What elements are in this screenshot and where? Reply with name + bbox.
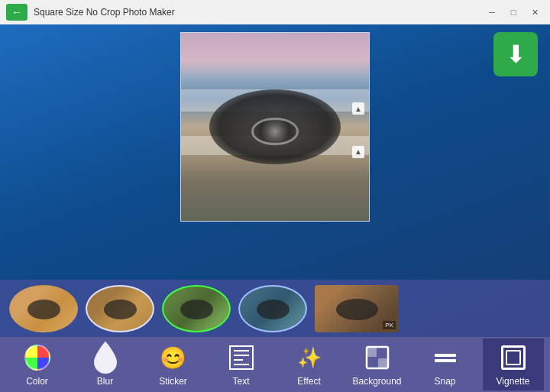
maximize-button[interactable]: □ — [504, 5, 522, 20]
thumbnail-1[interactable] — [9, 285, 78, 332]
thumbnail-strip: PK — [0, 280, 550, 337]
tool-blur[interactable]: Blur — [75, 339, 136, 390]
back-button[interactable]: ← — [6, 4, 28, 21]
download-icon: ⬇ — [506, 42, 526, 66]
tool-text[interactable]: Text — [211, 339, 272, 390]
sticker-label: Sticker — [159, 376, 187, 387]
main-content: ⬇ ▲ ▲ — [0, 24, 550, 392]
thumbnail-4[interactable] — [238, 285, 307, 332]
canvas-image: ▲ ▲ — [181, 33, 369, 221]
close-button[interactable]: ✕ — [526, 5, 544, 20]
snap-label: Snap — [434, 376, 455, 387]
thumbnail-3[interactable] — [162, 285, 231, 332]
blur-icon — [90, 342, 121, 373]
tool-sticker[interactable]: 😊 Sticker — [143, 339, 204, 390]
text-label: Text — [232, 376, 249, 387]
svg-rect-2 — [378, 358, 388, 368]
tool-background[interactable]: Background — [347, 339, 408, 390]
thumbnail-2[interactable] — [86, 285, 154, 332]
sticker-icon: 😊 — [158, 342, 189, 373]
svg-rect-4 — [435, 359, 456, 362]
scroll-indicator-top[interactable]: ▲ — [352, 102, 364, 115]
minimize-button[interactable]: ─ — [483, 5, 501, 20]
thumbnail-5[interactable]: PK — [315, 285, 399, 332]
effect-label: Effect — [297, 376, 320, 387]
lens-circle — [251, 118, 299, 144]
photo-background: ▲ ▲ — [181, 33, 369, 221]
background-icon — [362, 342, 393, 373]
thumbnail-pk-label: PK — [383, 321, 396, 329]
tool-vignette[interactable]: Vignette — [483, 339, 544, 390]
download-button[interactable]: ⬇ — [493, 32, 538, 76]
title-bar: ← Square Size No Crop Photo Maker ─ □ ✕ — [0, 0, 550, 24]
svg-rect-3 — [435, 354, 456, 357]
effect-icon: ✨ — [294, 342, 325, 373]
snap-icon — [430, 342, 461, 373]
svg-rect-1 — [367, 347, 377, 357]
app-title: Square Size No Crop Photo Maker — [34, 7, 483, 18]
tool-snap[interactable]: Snap — [415, 339, 476, 390]
lens-inner — [264, 126, 286, 138]
blur-label: Blur — [97, 376, 113, 387]
vignette-icon — [498, 342, 529, 373]
camera-silhouette — [209, 89, 341, 164]
color-label: Color — [26, 376, 48, 387]
text-icon-container — [226, 342, 257, 373]
background-label: Background — [352, 376, 401, 387]
toolbar: Color Blur 😊 Sticker Te — [0, 337, 550, 392]
vignette-label: Vignette — [497, 376, 530, 387]
tool-effect[interactable]: ✨ Effect — [279, 339, 340, 390]
tool-color[interactable]: Color — [7, 339, 68, 390]
color-icon — [22, 342, 53, 373]
scroll-indicator-bottom[interactable]: ▲ — [352, 146, 364, 158]
window-controls: ─ □ ✕ — [483, 5, 544, 20]
canvas-area: ▲ ▲ — [180, 32, 370, 222]
